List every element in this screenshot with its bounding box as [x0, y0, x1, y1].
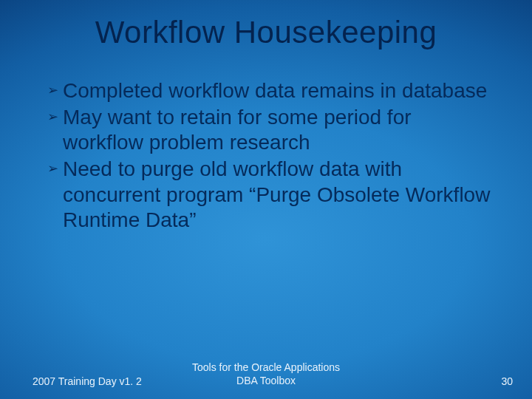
bullet-text: Need to purge old workflow data with con… [63, 157, 492, 232]
bullet-text: Completed workflow data remains in datab… [63, 78, 492, 103]
bullet-item: ➢ Need to purge old workflow data with c… [47, 157, 492, 232]
footer-center-line1: Tools for the Oracle Applications [192, 361, 340, 373]
slide-footer: 2007 Training Day v1. 2 Tools for the Or… [0, 375, 532, 387]
bullet-text: May want to retain for some period for w… [63, 105, 492, 155]
bullet-item: ➢ Completed workflow data remains in dat… [47, 78, 492, 103]
footer-page-number: 30 [501, 375, 513, 387]
slide: Workflow Housekeeping ➢ Completed workfl… [0, 0, 532, 399]
slide-body: ➢ Completed workflow data remains in dat… [47, 78, 492, 234]
chevron-icon: ➢ [47, 83, 58, 99]
chevron-icon: ➢ [47, 109, 58, 126]
slide-title: Workflow Housekeeping [0, 15, 532, 50]
bullet-item: ➢ May want to retain for some period for… [47, 105, 492, 155]
footer-left: 2007 Training Day v1. 2 [33, 375, 142, 387]
chevron-icon: ➢ [47, 161, 58, 177]
footer-center-line2: DBA Toolbox [236, 375, 296, 386]
